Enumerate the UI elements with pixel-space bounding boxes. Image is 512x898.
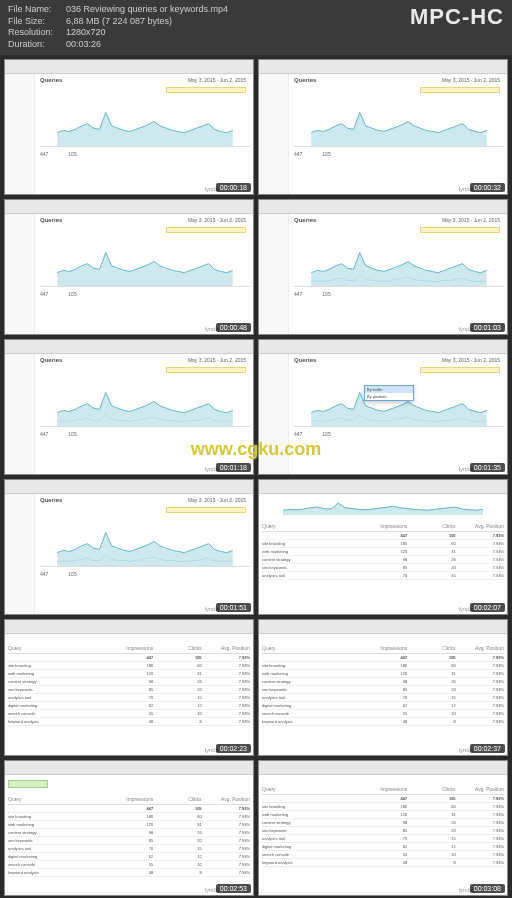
thumbnail[interactable]: Queries May 3, 2015 - Jun 2, 2015 447 10… [4, 199, 254, 335]
table-row[interactable]: site branding180607.93% [262, 803, 504, 811]
table-row[interactable]: analytics tool70157.93% [8, 694, 250, 702]
thumbnail[interactable]: Queries May 3, 2015 - Jun 2, 2015 447 10… [4, 59, 254, 195]
table-row[interactable]: web marketing120317.93% [8, 670, 250, 678]
thumbnail[interactable]: Query Impressions Clicks Avg. Position 4… [258, 479, 508, 615]
timestamp-badge: 00:00:48 [216, 323, 251, 332]
thumbnail[interactable]: Queries May 3, 2015 - Jun 2, 2015 447 10… [4, 339, 254, 475]
queries-chart[interactable] [294, 247, 504, 287]
page-body: Queries May 3, 2015 - Jun 2, 2015 By tra… [259, 354, 507, 474]
date-range[interactable]: May 3, 2015 - Jun 2, 2015 [188, 217, 246, 223]
notice-banner [420, 367, 500, 373]
date-range[interactable]: May 3, 2015 - Jun 2, 2015 [442, 217, 500, 223]
filter-dropdown[interactable]: By traffic By position [364, 385, 414, 401]
table-row[interactable]: search console55107.93% [262, 851, 504, 859]
date-range[interactable]: May 3, 2015 - Jun 2, 2015 [442, 357, 500, 363]
table-row[interactable]: digital marketing62127.93% [262, 702, 504, 710]
table-row[interactable]: seo keywords85207.93% [8, 837, 250, 845]
sidebar[interactable] [5, 354, 35, 474]
browser-chrome [259, 200, 507, 214]
table-row[interactable]: web marketing120317.93% [262, 670, 504, 678]
table-row[interactable]: seo keywords85207.93% [8, 686, 250, 694]
table-row[interactable]: web marketing120317.93% [8, 821, 250, 829]
table-row[interactable]: content strategy98267.93% [262, 819, 504, 827]
sidebar[interactable] [259, 214, 289, 334]
date-range[interactable]: May 3, 2015 - Jun 2, 2015 [188, 77, 246, 83]
table-row[interactable]: web marketing120317.93% [262, 548, 504, 556]
table-row[interactable]: seo keywords85207.93% [262, 564, 504, 572]
table-header: Query Impressions Clicks Avg. Position [8, 794, 250, 805]
browser-chrome [5, 340, 253, 354]
page-body: Queries May 3, 2015 - Jun 2, 2015 447 10… [5, 74, 253, 194]
table-row[interactable]: keyword analysis4887.93% [262, 859, 504, 867]
thumbnail[interactable]: Query Impressions Clicks Avg. Position 4… [258, 619, 508, 755]
table-row[interactable]: content strategy98267.93% [8, 678, 250, 686]
notice-banner [166, 507, 246, 513]
table-header: Query Impressions Clicks Avg. Position [262, 643, 504, 654]
timestamp-badge: 00:00:18 [216, 183, 251, 192]
sidebar[interactable] [259, 354, 289, 474]
table-summary-row: 4471057.93% [8, 654, 250, 662]
table-row[interactable]: site branding180607.93% [262, 540, 504, 548]
queries-chart[interactable] [40, 247, 250, 287]
table-row[interactable]: analytics tool70157.93% [8, 845, 250, 853]
table-row[interactable]: digital marketing62127.93% [8, 853, 250, 861]
table-row[interactable]: search console55107.93% [8, 861, 250, 869]
table-row[interactable]: analytics tool70157.93% [262, 835, 504, 843]
file-meta: File Name: 036 Reviewing queries or keyw… [8, 4, 228, 51]
queries-chart[interactable] [40, 387, 250, 427]
thumbnail[interactable]: Queries May 3, 2015 - Jun 2, 2015 447 10… [258, 59, 508, 195]
table-row[interactable]: digital marketing62127.93% [262, 843, 504, 851]
browser-chrome [259, 60, 507, 74]
saved-note [8, 780, 48, 788]
date-range[interactable]: May 3, 2015 - Jun 2, 2015 [442, 77, 500, 83]
table-summary-row: 4471057.93% [262, 654, 504, 662]
table-row[interactable]: digital marketing62127.93% [8, 702, 250, 710]
table-header: Query Impressions Clicks Avg. Position [262, 521, 504, 532]
browser-chrome [259, 761, 507, 775]
browser-chrome [259, 620, 507, 634]
browser-chrome [5, 200, 253, 214]
table-row[interactable]: content strategy98267.93% [8, 829, 250, 837]
queries-chart[interactable] [294, 107, 504, 147]
table-row[interactable]: web marketing120317.93% [262, 811, 504, 819]
timestamp-badge: 00:01:03 [470, 323, 505, 332]
dropdown-option: By traffic [365, 386, 413, 393]
queries-table: Query Impressions Clicks Avg. Position 4… [262, 784, 504, 867]
queries-chart[interactable] [40, 527, 250, 567]
table-row[interactable]: content strategy98267.93% [262, 678, 504, 686]
table-row[interactable]: keyword analysis4887.93% [8, 869, 250, 877]
page-body: Query Impressions Clicks Avg. Position 4… [259, 634, 507, 754]
date-range[interactable]: May 3, 2015 - Jun 2, 2015 [188, 497, 246, 503]
queries-chart[interactable] [40, 107, 250, 147]
thumbnail[interactable]: Queries May 3, 2015 - Jun 2, 2015 447 10… [4, 479, 254, 615]
thumbnail[interactable]: Query Impressions Clicks Avg. Position 4… [258, 760, 508, 896]
table-row[interactable]: analytics tool70157.93% [262, 572, 504, 580]
thumbnail[interactable]: Query Impressions Clicks Avg. Position 4… [4, 619, 254, 755]
thumbnail[interactable]: Query Impressions Clicks Avg. Position 4… [4, 760, 254, 896]
queries-table: Query Impressions Clicks Avg. Position 4… [8, 794, 250, 877]
table-row[interactable]: analytics tool70157.93% [262, 694, 504, 702]
timestamp-badge: 00:02:07 [470, 603, 505, 612]
table-row[interactable]: keyword analysis4887.93% [262, 718, 504, 726]
sidebar[interactable] [259, 74, 289, 194]
table-row[interactable]: search console55107.93% [8, 710, 250, 718]
table-row[interactable]: seo keywords85207.93% [262, 686, 504, 694]
timestamp-badge: 00:01:35 [470, 463, 505, 472]
table-row[interactable]: content strategy98267.93% [262, 556, 504, 564]
sidebar[interactable] [5, 214, 35, 334]
browser-chrome [5, 60, 253, 74]
table-row[interactable]: keyword analysis4887.93% [8, 718, 250, 726]
thumbnail[interactable]: Queries May 3, 2015 - Jun 2, 2015 447 10… [258, 199, 508, 335]
page-body: Queries May 3, 2015 - Jun 2, 2015 447 10… [5, 494, 253, 614]
sidebar[interactable] [5, 494, 35, 614]
notice-banner [166, 367, 246, 373]
table-row[interactable]: seo keywords85207.93% [262, 827, 504, 835]
table-row[interactable]: site branding180607.93% [8, 662, 250, 670]
thumbnail[interactable]: Queries May 3, 2015 - Jun 2, 2015 By tra… [258, 339, 508, 475]
sidebar[interactable] [5, 74, 35, 194]
table-row[interactable]: search console55107.93% [262, 710, 504, 718]
table-row[interactable]: site branding180607.93% [8, 813, 250, 821]
stats-bar: 447 105 [40, 431, 250, 437]
table-row[interactable]: site branding180607.93% [262, 662, 504, 670]
date-range[interactable]: May 3, 2015 - Jun 2, 2015 [188, 357, 246, 363]
